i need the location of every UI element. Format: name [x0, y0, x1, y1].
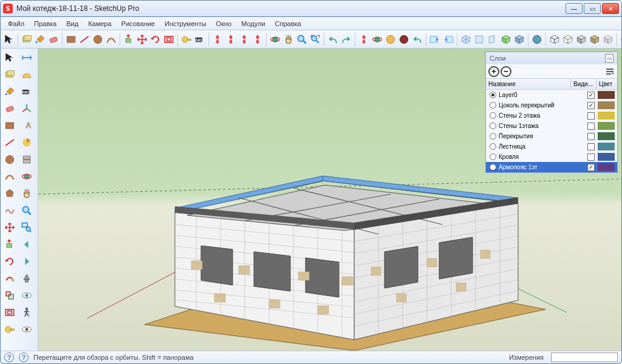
layers-panel[interactable]: Слои ▭ + − Название Види... Цвет Layer0✓…	[485, 52, 618, 173]
right-icon[interactable]	[487, 32, 499, 47]
line-icon[interactable]	[2, 135, 18, 150]
shaded-icon[interactable]	[575, 32, 587, 47]
globe-icon[interactable]	[531, 32, 543, 47]
zoom-extents-icon[interactable]	[309, 32, 321, 47]
menu-Справка[interactable]: Справка	[270, 18, 306, 29]
menu-Модули[interactable]: Модули	[236, 18, 270, 29]
layer-row[interactable]: Перекрытия	[486, 131, 617, 141]
layers-col-color[interactable]: Цвет	[596, 79, 617, 89]
maximize-button[interactable]: ▭	[584, 3, 601, 14]
layer-visible-checkbox[interactable]: ✓	[587, 164, 595, 171]
paint-bucket-icon[interactable]	[2, 84, 18, 99]
circle-icon[interactable]	[2, 152, 18, 167]
mono-icon[interactable]	[602, 32, 614, 47]
circle-icon[interactable]	[92, 32, 104, 47]
layer-row[interactable]: Лестница	[486, 141, 617, 152]
layer-color-swatch[interactable]	[598, 132, 615, 140]
rotate-icon[interactable]	[149, 32, 162, 47]
walk-icon[interactable]	[19, 305, 35, 320]
layer-visible-checkbox[interactable]	[587, 133, 595, 140]
zoom-window-icon[interactable]	[19, 220, 35, 235]
move-icon[interactable]	[136, 32, 148, 47]
arc-icon[interactable]	[2, 169, 18, 184]
add-layer-button[interactable]: +	[488, 66, 499, 77]
component-icon[interactable]	[21, 32, 33, 47]
eraser-icon[interactable]	[47, 32, 60, 47]
text-icon[interactable]: ABC	[19, 84, 35, 99]
layer-active-radio[interactable]	[490, 153, 496, 160]
layer-visible-checkbox[interactable]: ✓	[587, 102, 595, 109]
shape-red-icon[interactable]	[358, 32, 370, 47]
shape-red-icon[interactable]	[225, 32, 237, 47]
layer-active-radio[interactable]	[490, 123, 496, 129]
help-icon[interactable]: ?	[4, 352, 14, 362]
measure-icon[interactable]	[180, 32, 193, 47]
layers-col-name[interactable]: Название	[486, 79, 571, 89]
orbit-icon[interactable]	[371, 32, 383, 47]
line-icon[interactable]	[78, 32, 91, 47]
viewport-3d[interactable]: Слои ▭ + − Название Види... Цвет Layer0✓…	[38, 49, 621, 351]
layer-row[interactable]: Цоколь перекрытий✓	[486, 100, 617, 110]
menu-Правка[interactable]: Правка	[29, 18, 61, 29]
prev-view-icon[interactable]	[429, 32, 441, 47]
position-camera-icon[interactable]	[19, 271, 35, 286]
next-view-icon[interactable]	[442, 32, 454, 47]
offset-icon[interactable]	[163, 32, 175, 47]
offset-icon[interactable]	[2, 305, 18, 320]
orbit-icon[interactable]	[269, 32, 281, 47]
layer-visible-checkbox[interactable]	[587, 153, 595, 161]
rectangle-icon[interactable]	[2, 118, 18, 133]
layer-row[interactable]: Стены 2 этажа	[486, 110, 617, 121]
select-arrow-icon[interactable]	[2, 50, 18, 66]
layer-active-radio[interactable]	[490, 112, 496, 119]
layer-color-swatch[interactable]	[598, 91, 615, 99]
menu-Вид[interactable]: Вид	[61, 18, 83, 29]
push-pull-icon[interactable]	[2, 237, 18, 252]
layer-color-swatch[interactable]	[598, 101, 615, 109]
follow-me-icon[interactable]	[2, 271, 18, 286]
pan-icon[interactable]	[282, 32, 295, 47]
layer-row[interactable]: Layer0✓	[486, 90, 617, 100]
layer-visible-checkbox[interactable]	[587, 112, 595, 120]
box-green-icon[interactable]	[500, 32, 512, 47]
golden-icon[interactable]	[384, 32, 397, 47]
prev-icon[interactable]	[19, 237, 35, 252]
layer-active-radio[interactable]	[490, 102, 496, 109]
undo-icon[interactable]	[327, 32, 339, 47]
maroon-icon[interactable]	[398, 32, 410, 47]
scale-icon[interactable]	[2, 288, 18, 303]
layers-detail-icon[interactable]	[605, 67, 615, 76]
box-blue-icon[interactable]	[513, 32, 525, 47]
layer-active-radio[interactable]	[490, 143, 496, 150]
menu-Рисование[interactable]: Рисование	[117, 18, 160, 29]
measurements-input[interactable]	[551, 352, 618, 362]
menu-Файл[interactable]: Файл	[3, 18, 29, 29]
globe-icon[interactable]	[620, 32, 622, 47]
layer-active-radio[interactable]	[490, 164, 496, 170]
layer-color-swatch[interactable]	[598, 163, 615, 171]
close-button[interactable]: ✕	[602, 3, 619, 14]
3d-text-icon[interactable]: A	[19, 118, 35, 133]
select-arrow-icon[interactable]	[3, 32, 15, 47]
layer-color-swatch[interactable]	[598, 122, 615, 130]
wireframe-icon[interactable]	[549, 32, 561, 47]
layer-row[interactable]: Армопояс 1эт✓	[486, 162, 617, 172]
layers-panel-close-icon[interactable]: ▭	[605, 54, 613, 62]
layer-visible-checkbox[interactable]	[587, 143, 595, 150]
hidden-icon[interactable]	[562, 32, 574, 47]
layer-color-swatch[interactable]	[598, 153, 615, 161]
orbit-icon[interactable]	[19, 169, 35, 184]
arc-icon[interactable]	[105, 32, 117, 47]
move-icon[interactable]	[2, 220, 18, 235]
section-icon[interactable]	[19, 152, 35, 167]
layer-active-radio[interactable]	[490, 133, 496, 140]
zoom-icon[interactable]	[296, 32, 308, 47]
zoom-icon[interactable]	[19, 203, 35, 218]
rotate-icon[interactable]	[2, 254, 18, 269]
shape-red-icon[interactable]	[211, 32, 224, 47]
tape-icon[interactable]	[2, 322, 18, 337]
redo-icon[interactable]	[340, 32, 352, 47]
paint-bucket-icon[interactable]	[34, 32, 46, 47]
menu-Инструменты[interactable]: Инструменты	[160, 18, 211, 29]
freehand-icon[interactable]	[2, 203, 18, 218]
